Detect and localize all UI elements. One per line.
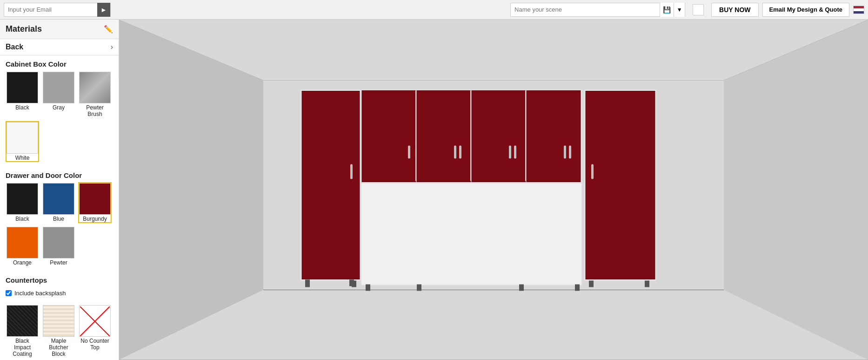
svg-rect-10: [302, 91, 360, 279]
svg-rect-26: [361, 183, 582, 285]
swatch-pewter-brush-cabinet[interactable]: Pewter Brush: [78, 71, 112, 118]
swatch-white-cabinet-label: White: [15, 155, 30, 161]
include-backsplash-text: Include backsplash: [14, 290, 66, 297]
save-scene-button[interactable]: 💾: [660, 3, 674, 17]
sidebar: 🛒 6 Total: $1,686.94 ($3,067.16) Discoun…: [0, 20, 119, 360]
swatch-black-door-box: [7, 183, 38, 215]
swatch-maple-label: Maple Butcher Block: [43, 338, 74, 357]
viewport: [119, 20, 868, 360]
email-submit-button[interactable]: ►: [97, 3, 110, 17]
back-row[interactable]: Back ›: [0, 39, 119, 55]
scene-dropdown-button[interactable]: ▼: [674, 3, 685, 17]
swatch-pewter-door-label: Pewter: [50, 259, 67, 266]
swatch-gray-cabinet-label: Gray: [53, 104, 65, 111]
swatch-burgundy-door-label: Burgundy: [83, 216, 107, 222]
swatch-blue-door[interactable]: Blue: [42, 182, 75, 223]
swatch-orange-door[interactable]: Orange: [6, 226, 39, 267]
svg-rect-34: [519, 285, 524, 291]
svg-rect-25: [569, 146, 571, 159]
swatch-pewter-door[interactable]: Pewter: [42, 226, 75, 267]
swatch-no-counter[interactable]: No Counter Top: [78, 304, 112, 358]
swatch-no-counter-label: No Counter Top: [79, 338, 111, 351]
cabinet-box-color-grid: Black Gray Pewter Brush White: [0, 71, 119, 167]
swatch-black-cabinet-box: [7, 72, 38, 103]
swatch-black-cabinet[interactable]: Black: [6, 71, 39, 118]
swatch-black-impact[interactable]: Black Impact Coating: [6, 304, 39, 358]
svg-rect-33: [417, 285, 421, 291]
svg-rect-37: [349, 280, 354, 286]
svg-rect-36: [305, 280, 310, 286]
checkbox-area[interactable]: [693, 4, 704, 15]
include-backsplash-checkbox[interactable]: [6, 290, 12, 296]
swatch-blue-door-box: [43, 183, 74, 215]
pencil-icon[interactable]: ✏️: [104, 25, 113, 34]
swatch-no-counter-box: [79, 305, 111, 337]
email-input[interactable]: [4, 6, 97, 13]
svg-rect-21: [509, 146, 511, 159]
countertops-section: Include backsplash: [0, 287, 119, 304]
email-input-wrapper: ►: [4, 3, 111, 17]
sidebar-title: Materials: [6, 24, 42, 34]
svg-rect-23: [527, 91, 581, 182]
top-bar: ► 💾 ▼ BUY NOW Email My Design & Quote: [0, 0, 868, 20]
swatch-white-cabinet[interactable]: White: [6, 121, 39, 162]
swatch-orange-door-box: [7, 227, 38, 258]
svg-rect-22: [514, 146, 516, 159]
svg-rect-30: [589, 281, 594, 287]
swatch-pewter-door-box: [43, 227, 74, 258]
svg-rect-19: [459, 146, 461, 159]
back-label: Back: [6, 43, 23, 51]
sidebar-header: Materials ✏️: [0, 20, 119, 39]
svg-rect-16: [408, 146, 410, 159]
svg-rect-11: [350, 164, 353, 179]
swatch-burgundy-door[interactable]: Burgundy: [78, 182, 112, 223]
svg-rect-17: [417, 91, 471, 182]
svg-rect-29: [591, 164, 594, 179]
swatch-black-cabinet-label: Black: [15, 104, 29, 111]
svg-rect-20: [472, 91, 526, 182]
drawer-door-color-grid: Black Blue Burgundy Orange Pewter: [0, 182, 119, 272]
svg-rect-15: [362, 91, 416, 182]
swatch-orange-door-label: Orange: [13, 259, 32, 266]
swatch-gray-cabinet-box: [43, 72, 74, 103]
svg-rect-28: [586, 91, 655, 279]
swatch-pewter-brush-cabinet-label: Pewter Brush: [79, 104, 111, 117]
main-area: 🛒 6 Total: $1,686.94 ($3,067.16) Discoun…: [0, 20, 868, 360]
svg-rect-24: [564, 146, 566, 159]
flag-icon: [853, 6, 864, 14]
svg-rect-31: [645, 281, 649, 287]
buy-now-button[interactable]: BUY NOW: [711, 3, 758, 17]
email-design-button[interactable]: Email My Design & Quote: [762, 3, 849, 17]
swatch-pewter-brush-cabinet-box: [79, 72, 111, 103]
swatch-gray-cabinet[interactable]: Gray: [42, 71, 75, 118]
cabinet-box-color-title: Cabinet Box Color: [0, 55, 119, 71]
swatch-blue-door-label: Blue: [53, 216, 64, 222]
countertops-title: Countertops: [0, 272, 119, 287]
scene-name-wrapper: 💾 ▼: [510, 3, 685, 17]
include-backsplash-label[interactable]: Include backsplash: [6, 287, 113, 299]
room-svg: [119, 20, 868, 360]
swatch-black-door[interactable]: Black: [6, 182, 39, 223]
drawer-door-color-title: Drawer and Door Color: [0, 167, 119, 182]
svg-rect-18: [454, 146, 456, 159]
swatch-maple[interactable]: Maple Butcher Block: [42, 304, 75, 358]
scene-name-input[interactable]: [511, 6, 660, 13]
countertops-grid: Black Impact Coating Maple Butcher Block…: [0, 304, 119, 360]
swatch-black-impact-label: Black Impact Coating: [7, 338, 38, 357]
swatch-black-door-label: Black: [15, 216, 29, 222]
svg-rect-32: [366, 285, 370, 291]
swatch-burgundy-door-box: [79, 183, 111, 215]
svg-rect-35: [575, 285, 580, 291]
swatch-black-impact-box: [7, 305, 38, 337]
chevron-right-icon: ›: [111, 43, 113, 51]
swatch-maple-box: [43, 305, 74, 337]
swatch-white-cabinet-box: [7, 122, 38, 154]
